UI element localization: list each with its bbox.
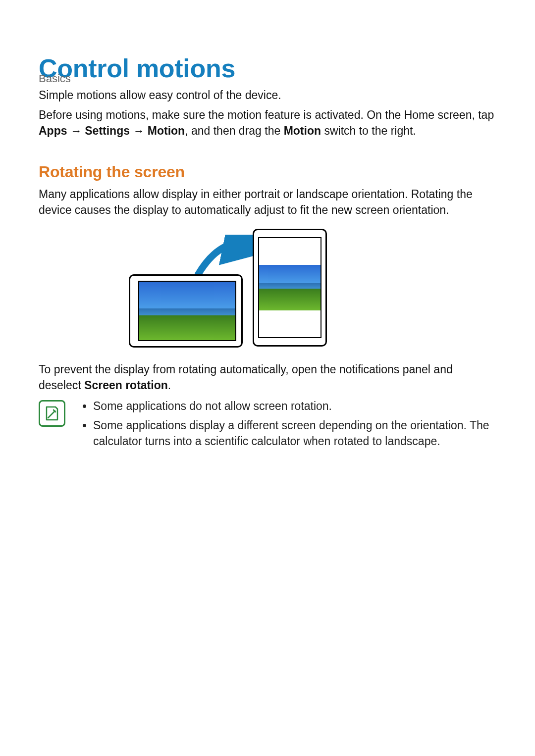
device-landscape-illustration xyxy=(129,274,243,348)
section-heading-rotating: Rotating the screen xyxy=(39,163,496,181)
apps-label: Apps xyxy=(39,124,67,137)
figure-stage xyxy=(129,229,406,353)
arrow-sep: → xyxy=(130,124,148,137)
settings-label: Settings xyxy=(85,124,130,137)
chapter-label: Basics xyxy=(39,72,71,85)
note-item: Some applications do not allow screen ro… xyxy=(93,398,496,414)
motion-switch-label: Motion xyxy=(284,124,321,137)
rotation-paragraph-2: To prevent the display from rotating aut… xyxy=(39,361,496,393)
rotate-arrow-icon xyxy=(193,235,258,279)
arrow-sep: → xyxy=(67,124,85,137)
note-bullets: Some applications do not allow screen ro… xyxy=(83,398,496,452)
rotation-paragraph-1: Many applications allow display in eithe… xyxy=(39,186,496,218)
page-title: Control motions xyxy=(39,53,496,83)
page-tab-mark xyxy=(27,53,27,79)
note-item: Some applications display a different sc… xyxy=(93,417,496,449)
device-screen xyxy=(258,237,321,338)
manual-page: Basics Control motions Simple motions al… xyxy=(0,53,535,756)
motion-label: Motion xyxy=(148,124,185,137)
note-icon xyxy=(39,400,65,427)
intro-paragraph-2: Before using motions, make sure the moti… xyxy=(39,107,496,139)
photo-illustration xyxy=(259,265,321,310)
screen-rotation-label: Screen rotation xyxy=(84,379,168,392)
text-run: . xyxy=(168,379,171,392)
device-portrait-illustration xyxy=(253,229,327,347)
intro-paragraph-1: Simple motions allow easy control of the… xyxy=(39,87,496,103)
text-run: , and then drag the xyxy=(185,124,284,137)
device-screen xyxy=(138,281,236,341)
photo-illustration xyxy=(139,282,235,340)
text-run: switch to the right. xyxy=(321,124,416,137)
text-run: Before using motions, make sure the moti… xyxy=(39,108,494,121)
rotation-figure xyxy=(39,229,496,353)
note-block: Some applications do not allow screen ro… xyxy=(39,398,496,452)
